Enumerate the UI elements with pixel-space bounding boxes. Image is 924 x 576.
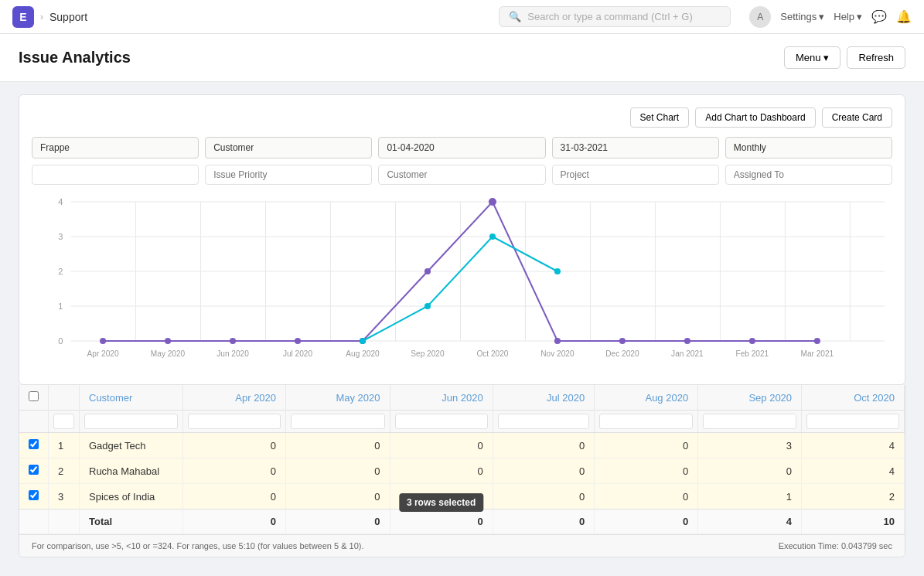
chart-area: 4 3 2 1 0	[32, 194, 892, 372]
footer-hint: For comparison, use >5, <10 or =324. For…	[32, 541, 364, 550]
select-all-checkbox[interactable]	[29, 391, 39, 401]
svg-point-34	[360, 338, 366, 344]
filter-input-customer[interactable]	[378, 165, 545, 185]
row1-may: 0	[286, 433, 390, 458]
page-title: Issue Analytics	[19, 49, 131, 66]
row1-apr: 0	[183, 433, 286, 458]
menu-button[interactable]: Menu ▾	[784, 46, 841, 69]
settings-chevron-icon: ▾	[819, 11, 824, 22]
chat-icon[interactable]: 💬	[871, 9, 887, 24]
filter-row-secondary	[32, 165, 892, 185]
svg-point-37	[554, 268, 561, 274]
filter-may-input[interactable]	[291, 414, 384, 429]
row3-oct: 2	[802, 484, 905, 510]
nav-right: A Settings ▾ Help ▾ 💬 🔔	[749, 6, 912, 28]
filter-jun-input[interactable]	[395, 414, 488, 429]
app-icon-label: E	[19, 11, 26, 23]
total-sep: 4	[698, 510, 802, 534]
filter-input-priority[interactable]	[205, 165, 372, 185]
search-bar[interactable]: 🔍 Search or type a command (Ctrl + G)	[499, 6, 731, 27]
filter-group-by[interactable]	[205, 137, 372, 158]
row3-jul: 0	[493, 484, 595, 510]
app-icon: E	[12, 6, 34, 28]
svg-text:May 2020: May 2020	[151, 349, 186, 358]
oct-header[interactable]: Oct 2020	[802, 385, 905, 411]
filter-to-date[interactable]	[552, 137, 719, 158]
svg-point-22	[100, 338, 106, 344]
filter-input-project[interactable]	[552, 165, 719, 185]
jun-header[interactable]: Jun 2020	[390, 385, 493, 411]
jul-header[interactable]: Jul 2020	[493, 385, 595, 411]
row3-checkbox[interactable]	[29, 490, 39, 500]
breadcrumb-section: Support	[49, 11, 87, 23]
help-chevron-icon: ▾	[857, 11, 862, 22]
filter-input-assigned[interactable]	[725, 165, 892, 185]
column-filter-row	[19, 411, 905, 433]
row1-checkbox[interactable]	[29, 439, 39, 449]
may-header[interactable]: May 2020	[286, 385, 390, 411]
filter-sep-input[interactable]	[703, 414, 796, 429]
row2-oct: 4	[802, 458, 905, 484]
chart-actions: Set Chart Add Chart to Dashboard Create …	[32, 107, 892, 128]
footer-execution: Execution Time: 0.043799 sec	[779, 541, 892, 550]
filter-jul-input[interactable]	[498, 414, 590, 429]
row2-customer: Rucha Mahabal	[80, 458, 183, 484]
add-chart-button[interactable]: Add Chart to Dashboard	[695, 107, 815, 128]
row2-checkbox[interactable]	[29, 465, 39, 475]
refresh-button[interactable]: Refresh	[847, 46, 905, 69]
filter-row-primary	[32, 137, 892, 158]
row2-aug: 0	[595, 458, 698, 484]
filter-rownum-input[interactable]	[53, 414, 74, 429]
row2-apr: 0	[183, 458, 286, 484]
filter-from-date[interactable]	[378, 137, 545, 158]
svg-text:Jan 2021: Jan 2021	[671, 349, 704, 358]
svg-text:4: 4	[58, 197, 63, 206]
total-apr: 0	[183, 510, 286, 534]
svg-point-24	[230, 338, 236, 344]
svg-text:0: 0	[58, 336, 63, 346]
table-row: 3 Spices of India 0 0 0 0 0 1 2	[19, 484, 905, 510]
svg-text:Sep 2020: Sep 2020	[411, 349, 445, 358]
row2-jul: 0	[493, 458, 595, 484]
total-label: Total	[80, 510, 183, 534]
customer-header[interactable]: Customer	[80, 385, 183, 411]
svg-text:Apr 2020: Apr 2020	[87, 349, 119, 358]
row3-apr: 0	[183, 484, 286, 510]
create-card-button[interactable]: Create Card	[822, 107, 892, 128]
set-chart-button[interactable]: Set Chart	[630, 107, 690, 128]
filter-customer-input[interactable]	[84, 414, 178, 429]
bell-icon[interactable]: 🔔	[896, 9, 912, 24]
svg-text:1: 1	[58, 302, 63, 311]
aug-header[interactable]: Aug 2020	[595, 385, 698, 411]
table-row: 2 Rucha Mahabal 0 0 0 0 0 0 4	[19, 458, 905, 484]
settings-button[interactable]: Settings ▾	[780, 11, 824, 22]
filter-input-1[interactable]	[32, 165, 199, 185]
row1-num: 1	[49, 433, 80, 458]
filter-apr-input[interactable]	[188, 414, 281, 429]
svg-text:Jul 2020: Jul 2020	[283, 349, 313, 358]
svg-point-30	[619, 338, 626, 344]
table-container: Customer Apr 2020 May 2020 Jun 2020 Jul …	[19, 385, 905, 557]
svg-point-27	[424, 268, 431, 274]
row1-sep: 3	[698, 433, 802, 458]
row2-jun: 0	[390, 458, 493, 484]
filter-frequency[interactable]	[725, 137, 892, 158]
row2-sep: 0	[698, 458, 802, 484]
filter-oct-input[interactable]	[806, 414, 899, 429]
apr-header[interactable]: Apr 2020	[183, 385, 286, 411]
row3-customer: Spices of India	[80, 484, 183, 510]
svg-text:2: 2	[58, 267, 63, 276]
breadcrumb-chevron: ›	[40, 12, 43, 22]
help-button[interactable]: Help ▾	[834, 11, 862, 22]
sep-header[interactable]: Sep 2020	[698, 385, 802, 411]
svg-point-33	[814, 338, 820, 344]
svg-point-36	[489, 233, 496, 240]
svg-point-28	[489, 198, 496, 206]
header-actions: Menu ▾ Refresh	[784, 46, 905, 69]
topnav: E › Support 🔍 Search or type a command (…	[0, 0, 924, 34]
filter-company[interactable]	[32, 137, 199, 158]
filter-aug-input[interactable]	[599, 414, 693, 429]
select-all-header[interactable]	[19, 385, 49, 411]
total-aug: 0	[595, 510, 698, 534]
svg-point-32	[749, 338, 755, 344]
